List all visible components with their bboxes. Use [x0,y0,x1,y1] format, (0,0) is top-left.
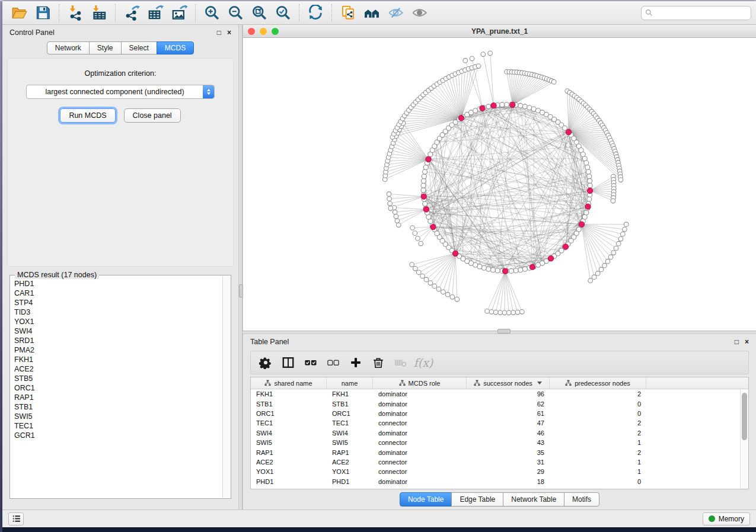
mcds-hub-node[interactable] [421,194,426,199]
mcds-result-item[interactable]: ORC1 [14,383,222,393]
first-neighbors-icon[interactable] [360,4,384,23]
ring-node[interactable] [518,268,523,273]
leaf-node[interactable] [445,292,450,297]
memory-button[interactable]: Memory [703,512,750,525]
close-panel-button[interactable]: Close panel [124,108,181,123]
close-window-button[interactable] [248,28,255,35]
leaf-node[interactable] [441,290,446,294]
ring-node[interactable] [421,188,426,193]
mcds-result-item[interactable]: STB5 [14,374,222,383]
mcds-hub-node[interactable] [579,222,584,227]
mcds-result-item[interactable]: TEC1 [14,421,222,431]
show-panels-button[interactable] [8,512,24,525]
mcds-hub-node[interactable] [491,103,496,108]
export-image-icon[interactable] [167,4,191,23]
leaf-node[interactable] [393,210,397,214]
leaf-node[interactable] [511,310,516,315]
open-folder-icon[interactable] [7,4,31,23]
leaf-node[interactable] [413,266,417,271]
table-row[interactable]: RAP1RAP1dominator352 [251,447,740,457]
leaf-node[interactable] [595,271,600,276]
show-all-icon[interactable] [407,4,431,23]
ring-node[interactable] [421,183,426,188]
mcds-result-item[interactable]: CAR1 [14,289,222,298]
leaf-node[interactable] [387,197,392,201]
tab-node-table[interactable]: Node Table [400,492,452,507]
ring-node[interactable] [587,197,592,201]
ring-node[interactable] [423,201,428,206]
refresh-icon[interactable] [304,4,327,23]
leaf-node[interactable] [515,310,520,315]
leaf-node[interactable] [506,310,511,315]
ring-node[interactable] [486,104,491,109]
optimization-criterion-select[interactable]: largest connected component (undirected) [26,85,215,99]
ring-node[interactable] [421,178,426,183]
mcds-hub-node[interactable] [529,264,535,270]
ring-node[interactable] [586,169,591,174]
horizontal-splitter[interactable] [243,331,756,334]
mcds-result-item[interactable]: TID3 [14,307,222,317]
leaf-node[interactable] [481,52,486,57]
ring-node[interactable] [422,174,426,179]
column-header-name[interactable]: name [327,377,373,389]
ring-node[interactable] [522,104,527,109]
leaf-node[interactable] [419,241,423,246]
add-icon[interactable] [344,354,367,371]
tab-network-table[interactable]: Network Table [503,492,564,507]
mcds-hub-node[interactable] [587,188,592,193]
leaf-node[interactable] [614,246,618,251]
ring-node[interactable] [522,267,527,271]
mcds-hub-node[interactable] [563,244,568,249]
leaf-node[interactable] [605,259,610,264]
zoom-selected-icon[interactable] [271,4,295,23]
maximize-window-button[interactable] [272,28,279,35]
mcds-hub-node[interactable] [423,207,429,212]
ring-node[interactable] [505,102,509,107]
leaf-node[interactable] [450,294,455,299]
table-row[interactable]: ACE2ACE2connector311 [251,457,740,467]
leaf-node[interactable] [432,284,437,289]
column-header-predecessor-nodes[interactable]: predecessor nodes [550,377,646,389]
deselect-all-icon[interactable] [322,354,344,371]
leaf-node[interactable] [616,241,621,246]
table-row[interactable]: ORC1ORC1dominator610 [251,409,740,418]
leaf-node[interactable] [413,231,417,236]
ring-node[interactable] [585,165,590,170]
tab-edge-table[interactable]: Edge Table [451,492,503,507]
mcds-hub-node[interactable] [426,156,431,162]
close-icon[interactable]: × [227,29,231,36]
leaf-node[interactable] [599,267,604,272]
table-row[interactable]: FKH1FKH1dominator962 [251,389,740,399]
leaf-node[interactable] [436,287,441,291]
leaf-node[interactable] [493,310,498,315]
leaf-node[interactable] [416,270,421,275]
leaf-node[interactable] [611,251,616,255]
leaf-node[interactable] [502,310,507,315]
leaf-node[interactable] [551,79,556,84]
zoom-out-icon[interactable] [224,4,247,23]
hide-selected-icon[interactable] [384,4,407,23]
leaf-node[interactable] [410,226,415,230]
leaf-node[interactable] [396,223,401,227]
import-table-icon[interactable] [87,4,111,23]
table-row[interactable]: STB1STB1dominator620 [251,399,740,408]
mcds-result-item[interactable]: SRD1 [14,336,222,345]
leaf-node[interactable] [623,227,627,232]
ring-node[interactable] [495,268,500,273]
table-row[interactable]: SWI5SWI5connector431 [251,438,740,447]
mcds-hub-node[interactable] [502,268,508,274]
search-input[interactable] [655,8,747,18]
save-icon[interactable] [31,4,55,23]
table-row[interactable]: SWI4SWI4dominator462 [251,428,740,438]
export-network-icon[interactable] [120,4,143,23]
leaf-node[interactable] [395,219,400,223]
mcds-hub-node[interactable] [458,116,464,121]
ring-node[interactable] [509,268,513,273]
float-icon[interactable]: □ [217,29,221,36]
mcds-result-item[interactable]: STB1 [14,402,222,412]
tab-select[interactable]: Select [121,41,157,55]
export-table-icon[interactable] [143,4,167,23]
tab-network[interactable]: Network [47,41,90,55]
ring-node[interactable] [588,178,592,183]
float-icon[interactable]: □ [735,338,739,345]
